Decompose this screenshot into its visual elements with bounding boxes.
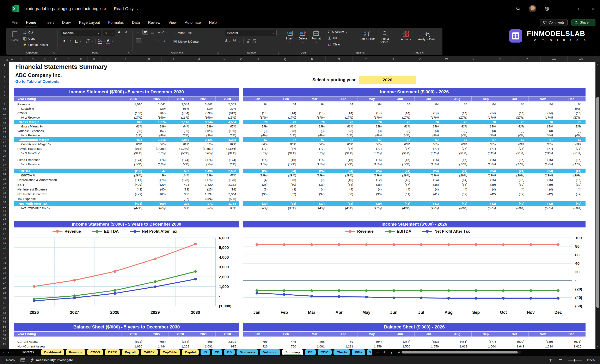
cell[interactable]: 83% (357, 124, 386, 128)
cell[interactable]: (3) (471, 128, 500, 133)
row-header-19[interactable]: 19 (0, 149, 9, 154)
cell[interactable]: 80% (357, 142, 386, 146)
cell[interactable]: (14) (471, 111, 500, 116)
cell[interactable]: (4%) (414, 133, 443, 137)
number-dialog-launcher[interactable]: ↘ (277, 51, 280, 54)
cell[interactable]: 1,268 (169, 344, 192, 349)
cell[interactable]: 70 (557, 120, 586, 124)
column-header-P[interactable]: P (245, 56, 272, 62)
cell[interactable]: (17%) (528, 162, 557, 166)
cell[interactable]: - (500, 196, 528, 201)
cell[interactable]: (30) (243, 192, 272, 196)
column-header-N[interactable]: N (211, 56, 238, 62)
cell[interactable]: (29%) (500, 173, 528, 177)
cell[interactable]: 1,010 (122, 102, 145, 107)
cell[interactable]: (9) (300, 177, 329, 182)
cell[interactable]: (3) (272, 128, 300, 133)
cell[interactable]: (169) (145, 192, 169, 196)
cell[interactable]: (24) (357, 169, 386, 173)
cell[interactable]: (4) (500, 187, 528, 192)
sheet-nav-left[interactable]: ‹ (0, 350, 8, 354)
cell[interactable]: 1,758 (216, 201, 239, 206)
row-header-23[interactable]: 23 (0, 168, 9, 172)
cell[interactable]: (15) (557, 177, 586, 182)
row-header-51[interactable]: 51 (0, 301, 9, 306)
cell[interactable]: (4%) (272, 133, 300, 137)
clipboard-dialog-launcher[interactable]: ↘ (53, 51, 55, 54)
cell[interactable]: (13) (386, 177, 414, 182)
is-monthly-col-Jun[interactable]: Jun (386, 96, 414, 101)
cell[interactable]: 39% (216, 107, 239, 111)
grow-font-button[interactable]: A˄ (118, 30, 122, 35)
cell[interactable]: (29%) (243, 173, 272, 177)
cell[interactable]: (16%) (145, 116, 169, 120)
cell[interactable]: - (357, 196, 386, 201)
cell[interactable]: - (443, 107, 471, 111)
sheet-tab-capex[interactable]: CAPEX (141, 349, 158, 355)
cell[interactable]: 2,544 (169, 102, 192, 107)
cell[interactable]: (91%) (500, 151, 528, 155)
cell[interactable]: 80% (243, 142, 272, 146)
column-header-G[interactable]: G (75, 56, 88, 62)
paste-button[interactable]: Paste⌄ (9, 29, 21, 50)
cell[interactable]: 599 (169, 169, 192, 173)
cell[interactable]: (284) (386, 339, 414, 344)
cell[interactable]: (24) (528, 169, 557, 173)
row-header-8[interactable]: 8 (0, 98, 9, 102)
cell[interactable]: (14) (272, 111, 300, 116)
row-header-38[interactable]: 38 (0, 236, 9, 241)
column-header-K[interactable]: K (137, 56, 162, 62)
bs-monthly-col-Dec[interactable]: Dec (557, 332, 586, 337)
cell[interactable]: 1,294 (192, 192, 216, 196)
cell[interactable]: (17%) (500, 116, 528, 120)
column-header-T[interactable]: T (353, 56, 379, 62)
cell[interactable]: (91%) (471, 151, 500, 155)
cell[interactable]: (4%) (386, 133, 414, 137)
row-header-17[interactable]: 17 (0, 140, 9, 144)
cell[interactable]: (33) (169, 187, 192, 192)
menu-tab-help[interactable]: Help (206, 18, 220, 27)
cell[interactable]: 84 (386, 102, 414, 107)
cell[interactable]: (41) (414, 192, 443, 196)
cell[interactable]: (4%) (357, 133, 386, 137)
cell[interactable]: (4) (386, 187, 414, 192)
cell[interactable]: 67 (528, 137, 557, 142)
column-header-Y[interactable]: Y (487, 56, 514, 62)
cell[interactable]: (24) (557, 169, 586, 173)
decrease-indent-button[interactable] (157, 39, 162, 43)
sheet-tab-revenue[interactable]: Revenue (66, 349, 86, 355)
borders-chevron[interactable]: ⌄ (91, 40, 93, 43)
sheet-tab-roic[interactable]: ROIC (318, 349, 332, 355)
cell[interactable]: (1,451) (192, 146, 216, 151)
cell[interactable]: (38) (122, 128, 145, 133)
row-header-25[interactable]: 25 (0, 177, 9, 182)
cell[interactable]: 67 (471, 137, 500, 142)
delete-cells-button[interactable]: Delete⌄ (297, 29, 309, 50)
cell[interactable]: 3% (145, 173, 169, 177)
bs-annual-col-2028[interactable]: 2028 (169, 332, 192, 337)
cell[interactable]: (10) (329, 177, 357, 182)
cell[interactable]: (15) (357, 157, 386, 162)
cell[interactable]: (4) (414, 187, 443, 192)
font-color-chevron[interactable]: ⌄ (111, 40, 113, 43)
cell[interactable]: (17%) (414, 116, 443, 120)
insert-cells-button[interactable]: Insert⌄ (283, 29, 296, 50)
is-monthly-col-Nov[interactable]: Nov (528, 96, 557, 101)
row-header-50[interactable]: 50 (0, 296, 9, 301)
cell[interactable]: (40) (145, 187, 169, 192)
cell[interactable]: (3) (243, 187, 272, 192)
cell[interactable]: (12) (357, 177, 386, 182)
close-button[interactable]: ✕ (589, 5, 597, 13)
comma-style-button[interactable]: , (239, 40, 240, 42)
cell[interactable]: (41) (414, 201, 443, 206)
is-annual-col-2026[interactable]: 2026 (122, 96, 145, 101)
row-header-57[interactable]: 57 (0, 329, 9, 333)
cell[interactable]: 1,641 (145, 102, 169, 107)
cell[interactable]: 423 (169, 182, 192, 187)
cell[interactable]: (24) (272, 169, 300, 173)
cell[interactable]: (15%) (216, 116, 239, 120)
cell[interactable]: 47 (145, 169, 169, 173)
row-header-13[interactable]: 13 (0, 121, 9, 126)
cell[interactable]: (14) (386, 111, 414, 116)
menu-tab-page-layout[interactable]: Page Layout (76, 18, 103, 27)
